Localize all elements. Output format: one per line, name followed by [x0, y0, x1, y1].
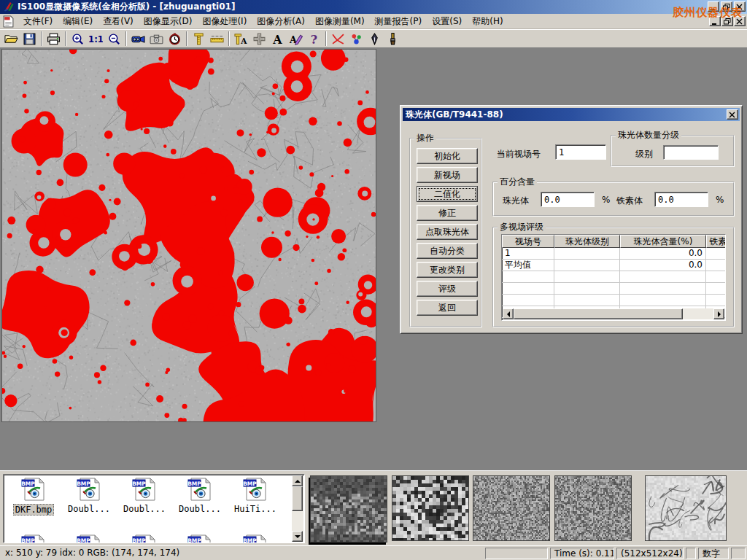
current-view-input[interactable]: 1	[555, 144, 606, 160]
grade-label: 级别	[635, 148, 653, 160]
multi-view-table[interactable]: 视场号珠光体级别珠光体含量(%)铁素体含量(%) 10.0平均值0.0	[501, 234, 726, 321]
zoom-1to1-icon[interactable]: 1:1	[87, 31, 105, 47]
thumbnail-4[interactable]	[554, 475, 632, 541]
status-bar: x: 510 y: 79 idx: 0 RGB: (174, 174, 174)…	[0, 545, 747, 560]
svg-text:BMP: BMP	[21, 481, 35, 487]
file-item-5[interactable]: BMPHuiTi...	[228, 478, 282, 514]
file-item-4[interactable]: BMPDoubl...	[173, 478, 227, 514]
file-item-row2-5[interactable]: BMP	[228, 534, 282, 543]
op-button-9[interactable]: 返回	[417, 300, 478, 316]
table-header-2[interactable]: 珠光体级别	[554, 235, 620, 248]
table-horizontal-scrollbar[interactable]	[503, 308, 724, 319]
menu-item-5[interactable]: 图像处理(I)	[197, 14, 252, 29]
op-button-5[interactable]: 点取珠光体	[417, 224, 478, 240]
menu-item-9[interactable]: 设置(S)	[427, 14, 467, 29]
table-cell	[706, 295, 726, 306]
multi-view-group-label: 多视场评级	[498, 221, 546, 233]
table-cell	[706, 248, 726, 260]
dialog-close-icon[interactable]	[727, 109, 738, 120]
table-header-3[interactable]: 珠光体含量(%)	[620, 235, 706, 248]
video-capture-icon[interactable]	[129, 31, 147, 47]
measure-label-icon[interactable]: A	[232, 31, 250, 47]
toolbar-separator	[325, 31, 327, 46]
document-icon[interactable]	[3, 15, 14, 28]
file-item-row2-1[interactable]: BMP	[7, 534, 61, 543]
table-header-4[interactable]: 铁素体含量(%)	[706, 235, 726, 248]
scroll-down-icon[interactable]	[292, 531, 303, 542]
thumbnail-1[interactable]	[310, 475, 387, 542]
op-button-7[interactable]: 更改类别	[417, 262, 478, 278]
caliper-icon[interactable]	[190, 31, 208, 47]
save-icon[interactable]	[20, 31, 39, 47]
open-file-icon[interactable]	[2, 31, 20, 47]
file-item-row2-4[interactable]: BMP	[173, 534, 227, 543]
grid-cross-icon[interactable]	[250, 31, 268, 47]
camera-capture-icon[interactable]	[147, 31, 166, 47]
table-cell: 平均值	[502, 260, 554, 271]
pen-tool-icon[interactable]	[365, 31, 384, 47]
file-item-row2-2[interactable]: BMP	[62, 534, 116, 543]
op-button-1[interactable]: 初始化	[417, 148, 478, 164]
svg-text:BMP: BMP	[132, 537, 146, 544]
table-header-1[interactable]: 视场号	[502, 235, 554, 248]
scroll-up-icon[interactable]	[292, 475, 303, 486]
thumbnail-2[interactable]	[392, 475, 469, 541]
timer-icon[interactable]	[166, 31, 184, 47]
file-item-3[interactable]: BMPDoubl...	[117, 478, 171, 514]
pearlite-percent-input[interactable]: 0.0	[541, 192, 595, 207]
menu-item-1[interactable]: 文件(F)	[18, 14, 58, 29]
particle-classify-icon[interactable]	[347, 31, 365, 47]
file-browser-panel: BMPDKF.bmpBMPDoubl...BMPDoubl...BMPDoubl…	[0, 470, 747, 545]
op-button-3[interactable]: 二值化	[417, 186, 478, 202]
file-item-2[interactable]: BMPDoubl...	[62, 478, 116, 514]
op-button-2[interactable]: 新视场	[417, 167, 478, 183]
thumbnail-3[interactable]	[473, 475, 550, 541]
svg-text:BMP: BMP	[243, 537, 257, 544]
help-icon[interactable]: ?	[305, 31, 323, 47]
file-item-1[interactable]: BMPDKF.bmp	[7, 478, 61, 516]
scrollbar-thumb[interactable]	[292, 486, 303, 511]
menu-item-4[interactable]: 图像显示(D)	[139, 14, 198, 29]
scroll-left-icon[interactable]	[503, 308, 514, 319]
ruler-icon[interactable]	[208, 31, 226, 47]
table-row-1[interactable]: 10.0	[502, 248, 725, 260]
thumbnail-5[interactable]	[645, 475, 727, 541]
edit-text-icon[interactable]: A	[287, 31, 305, 47]
menu-item-8[interactable]: 测量报告(P)	[370, 14, 427, 29]
menu-item-2[interactable]: 编辑(E)	[58, 14, 98, 29]
window-title: IS100显微摄像系统(金相分析版) - [zhuguangti01]	[18, 1, 235, 13]
table-row-5[interactable]	[502, 295, 725, 306]
print-icon[interactable]	[44, 31, 63, 47]
zoom-out-icon[interactable]	[105, 31, 123, 47]
file-list[interactable]: BMPDKF.bmpBMPDoubl...BMPDoubl...BMPDoubl…	[3, 474, 305, 543]
table-row-2[interactable]: 平均值0.0	[502, 260, 725, 271]
menu-item-10[interactable]: 帮助(H)	[467, 14, 508, 29]
micrograph-image[interactable]	[1, 49, 376, 422]
table-cell	[502, 283, 554, 295]
menu-item-7[interactable]: 图像测量(M)	[310, 14, 370, 29]
file-list-scrollbar[interactable]	[292, 475, 303, 542]
zoom-in-icon[interactable]	[69, 31, 87, 47]
file-item-row2-3[interactable]: BMP	[117, 534, 171, 543]
curve-tool-icon[interactable]	[329, 31, 347, 47]
grade-input[interactable]	[663, 145, 719, 160]
menu-item-3[interactable]: 查看(V)	[98, 14, 139, 29]
table-cell: 0.0	[620, 248, 706, 260]
brush-tool-icon[interactable]	[384, 31, 402, 47]
scrollbar-thumb[interactable]	[514, 308, 683, 319]
text-annotation-icon[interactable]: A	[268, 31, 287, 47]
op-button-6[interactable]: 自动分类	[417, 243, 478, 259]
ferrite-percent-input[interactable]: 0.0	[654, 192, 708, 207]
dialog-titlebar[interactable]: 珠光体(GB/T9441-88)	[403, 108, 740, 121]
toolbar-separator	[65, 31, 66, 46]
op-button-4[interactable]: 修正	[417, 205, 478, 221]
scroll-right-icon[interactable]	[713, 308, 724, 319]
pearlite-percent-sign: %	[602, 195, 610, 205]
menu-bar: 文件(F)编辑(E)查看(V)图像显示(D)图像处理(I)图像分析(A)图像测量…	[0, 14, 747, 29]
image-size-status: (512x512x24)	[616, 548, 684, 559]
menu-item-6[interactable]: 图像分析(A)	[252, 14, 310, 29]
table-row-3[interactable]	[502, 271, 725, 283]
op-button-8[interactable]: 评级	[417, 281, 478, 297]
mdi-client-area: 珠光体(GB/T9441-88) 操作 初始化新视场二值化修正点取珠光体自动分类…	[0, 48, 747, 470]
table-row-4[interactable]	[502, 283, 725, 295]
